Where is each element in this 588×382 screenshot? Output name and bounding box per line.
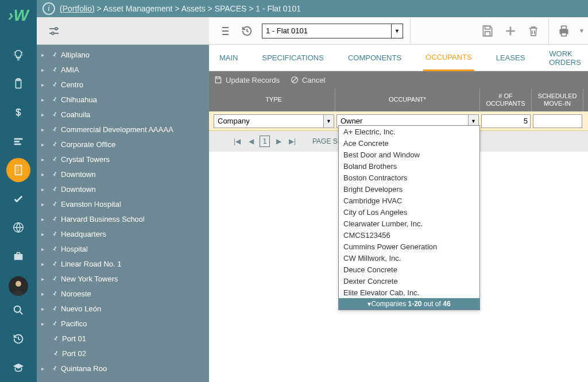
tree-item[interactable]: ▸Coahuila [37,107,209,122]
tree-item[interactable]: Port 01 [37,331,209,346]
dropdown-option[interactable]: Boland Brothers [339,160,479,172]
tree-item[interactable]: ▸Evanston Hospital [37,196,209,211]
tab-occupants[interactable]: OCCUPANTS [423,45,474,71]
dropdown-option[interactable]: Ace Concrete [339,137,479,149]
tree-item-label: Port 01 [62,334,86,343]
caret-icon: ▸ [41,246,47,252]
type-select[interactable]: Company ▼ [214,114,334,128]
caret-icon: ▸ [41,156,47,163]
print-icon[interactable] [556,23,572,39]
tab-components[interactable]: COMPONENTS [346,45,404,70]
tree-item[interactable]: ▸Corporate Office [37,137,209,152]
tree-item[interactable]: ▸Nuevo León [37,301,209,316]
graduation-icon[interactable] [2,353,34,382]
briefcase-icon[interactable] [2,242,34,271]
print-caret-icon[interactable]: ▼ [579,28,585,34]
svg-point-10 [55,28,57,30]
dropdown-option[interactable]: Clearwater Lumber, Inc. [339,218,479,229]
update-records-button[interactable]: Update Records [214,75,280,84]
tab-work-orders[interactable]: WORK ORDERS [547,41,583,75]
movein-input[interactable] [533,114,582,128]
building-icon[interactable] [6,158,30,182]
cancel-button[interactable]: Cancel [290,75,325,84]
action-row: Update Records Cancel [209,71,588,88]
list-icon[interactable] [216,23,232,39]
dropdown-option[interactable]: Bright Developers [339,183,479,195]
tree-item[interactable]: ▸Chihuahua [37,92,209,107]
info-icon[interactable]: i [42,2,55,15]
bars-icon[interactable] [2,127,34,156]
tree-item-label: Linear Road No. 1 [61,260,122,268]
occupant-count-input[interactable] [481,114,531,128]
history-toolbar-icon[interactable] [239,23,255,39]
tree-item[interactable]: ▸Hospital [37,241,209,256]
dropdown-option[interactable]: Elite Elevator Cab, Inc. [339,287,479,298]
tree-item[interactable]: ▸Pacifico [37,316,209,331]
check-icon[interactable] [2,184,34,213]
pin-icon [49,50,59,59]
sliders-icon[interactable] [46,23,62,39]
tree-item-label: Downtown [61,170,96,179]
tree-item[interactable]: ▸Headquarters [37,226,209,241]
tree-item-label: Coahuila [61,110,90,119]
pin-icon [49,155,59,164]
tree-item[interactable]: ▸Downtown [37,167,209,182]
asset-selector-value: 1 - Flat 0101 [266,26,308,35]
tree-item[interactable]: ▸Commercial Development AAAAA [37,122,209,137]
dropdown-option[interactable]: CW Millwork, Inc. [339,252,479,264]
asset-selector[interactable]: 1 - Flat 0101 ▼ [262,24,403,38]
tree-item[interactable]: Port 02 [37,346,209,361]
tab-main[interactable]: MAIN [217,45,241,70]
dropdown-option[interactable]: Dexter Concrete [339,275,479,287]
tree-item[interactable]: ▸Harvard Business School [37,211,209,226]
tab-leases[interactable]: LEASES [494,45,528,70]
tree-item[interactable]: ▸AMIA [37,62,209,77]
tree-item[interactable]: ▸Noroeste [37,286,209,301]
tree-item[interactable]: ▸Centro [37,77,209,92]
dropdown-option[interactable]: Cummins Power Generation [339,241,479,252]
avatar[interactable] [9,276,28,296]
save-icon[interactable] [479,23,496,39]
pin-icon [51,349,60,358]
dollar-icon[interactable] [2,98,34,127]
tree-item-label: Altiplano [61,51,90,59]
dropdown-option[interactable]: City of Los Angeles [339,206,479,218]
ideas-icon[interactable] [2,41,34,70]
plus-icon[interactable] [502,23,519,39]
tree-panel: ▸Altiplano▸AMIA▸Centro▸Chihuahua▸Coahuil… [37,17,209,382]
tree-list[interactable]: ▸Altiplano▸AMIA▸Centro▸Chihuahua▸Coahuil… [37,45,209,382]
last-page-button[interactable]: ▶| [287,136,297,146]
svg-rect-2 [14,138,23,140]
trash-icon[interactable] [525,23,541,39]
tabs: MAINSPECIFICATIONSCOMPONENTSOCCUPANTSLEA… [209,45,588,71]
caret-icon: ▸ [41,171,47,178]
tree-item[interactable]: ▸Quintana Roo [37,361,209,376]
left-rail: ›W [0,0,37,382]
first-page-button[interactable]: |◀ [232,136,242,146]
tree-item[interactable]: ▸Linear Road No. 1 [37,256,209,271]
tree-item[interactable]: ▸Downtown [37,182,209,196]
dropdown-option[interactable]: Deuce Concrete [339,264,479,275]
tab-specifications[interactable]: SPECIFICATIONS [260,45,326,70]
pin-icon [49,214,59,223]
dropdown-option[interactable]: Best Door and Window [339,149,479,160]
history-icon[interactable] [2,325,34,353]
breadcrumb-root[interactable]: (Portfolio) [60,4,95,13]
caret-icon: ▸ [41,141,47,148]
tree-item[interactable]: ▸New York Towers [37,271,209,286]
prev-page-button[interactable]: ◀ [246,136,256,146]
dropdown-option[interactable]: A+ Electric, Inc. [339,126,479,137]
tree-item-label: Port 02 [62,349,86,358]
dropdown-option[interactable]: CMCS123456 [339,229,479,241]
clipboard-icon[interactable] [2,70,34,98]
dropdown-option[interactable]: Boston Contractors [339,172,479,183]
globe-icon[interactable] [2,213,34,242]
dropdown-option[interactable]: Cambridge HVAC [339,195,479,206]
pin-icon [49,110,59,119]
next-page-button[interactable]: ▶ [273,136,284,146]
search-icon[interactable] [2,296,34,325]
tree-item[interactable]: ▸Crystal Towers [37,152,209,167]
page-number[interactable]: 1 [260,136,270,147]
tree-item[interactable]: ▸Altiplano [37,47,209,62]
tree-item-label: Centro [61,80,83,89]
